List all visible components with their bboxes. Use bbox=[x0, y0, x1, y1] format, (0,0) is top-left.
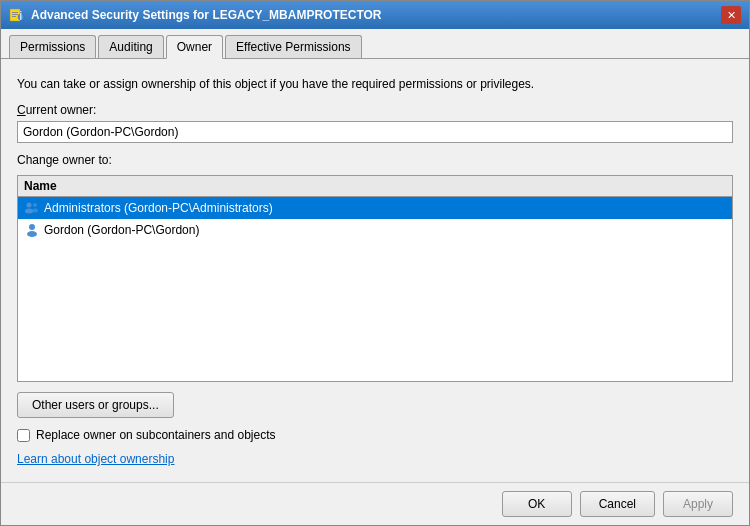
owner-list: Name Administrators (Gordon-PC\Administr… bbox=[17, 175, 733, 382]
tab-effective-permissions[interactable]: Effective Permissions bbox=[225, 35, 362, 58]
group-icon bbox=[24, 200, 40, 216]
svg-rect-2 bbox=[12, 14, 18, 15]
list-item[interactable]: Administrators (Gordon-PC\Administrators… bbox=[18, 197, 732, 219]
list-item-label: Gordon (Gordon-PC\Gordon) bbox=[44, 223, 199, 237]
title-bar-left: i Advanced Security Settings for LEGACY_… bbox=[9, 7, 382, 23]
tab-permissions[interactable]: Permissions bbox=[9, 35, 96, 58]
svg-point-8 bbox=[33, 203, 37, 207]
replace-owner-row: Replace owner on subcontainers and objec… bbox=[17, 428, 733, 442]
change-owner-section: Change owner to: Name Administrators (Go… bbox=[17, 153, 733, 382]
other-users-row: Other users or groups... bbox=[17, 392, 733, 418]
current-owner-section: Current owner: bbox=[17, 103, 733, 143]
bottom-bar: OK Cancel Apply bbox=[1, 482, 749, 525]
title-bar: i Advanced Security Settings for LEGACY_… bbox=[1, 1, 749, 29]
apply-button[interactable]: Apply bbox=[663, 491, 733, 517]
change-owner-label: Change owner to: bbox=[17, 153, 733, 167]
tab-content: You can take or assign ownership of this… bbox=[1, 59, 749, 482]
other-users-button[interactable]: Other users or groups... bbox=[17, 392, 174, 418]
svg-text:i: i bbox=[20, 9, 23, 23]
window-icon: i bbox=[9, 7, 25, 23]
cancel-button[interactable]: Cancel bbox=[580, 491, 655, 517]
svg-point-10 bbox=[29, 224, 35, 230]
list-item[interactable]: Gordon (Gordon-PC\Gordon) bbox=[18, 219, 732, 241]
user-icon bbox=[24, 222, 40, 238]
svg-point-7 bbox=[25, 209, 33, 214]
learn-link-row: Learn about object ownership bbox=[17, 452, 733, 466]
tab-owner[interactable]: Owner bbox=[166, 35, 223, 59]
ok-button[interactable]: OK bbox=[502, 491, 572, 517]
svg-point-9 bbox=[32, 209, 38, 213]
info-text: You can take or assign ownership of this… bbox=[17, 75, 733, 93]
tab-bar: Permissions Auditing Owner Effective Per… bbox=[1, 29, 749, 59]
current-owner-field bbox=[17, 121, 733, 143]
current-owner-label: Current owner: bbox=[17, 103, 733, 117]
list-item-label: Administrators (Gordon-PC\Administrators… bbox=[44, 201, 273, 215]
tab-auditing[interactable]: Auditing bbox=[98, 35, 163, 58]
list-header: Name bbox=[18, 176, 732, 197]
close-button[interactable]: ✕ bbox=[721, 6, 741, 24]
replace-owner-label: Replace owner on subcontainers and objec… bbox=[36, 428, 275, 442]
learn-link[interactable]: Learn about object ownership bbox=[17, 452, 174, 466]
window-title: Advanced Security Settings for LEGACY_MB… bbox=[31, 8, 382, 22]
svg-point-11 bbox=[27, 231, 37, 237]
replace-owner-checkbox[interactable] bbox=[17, 429, 30, 442]
svg-rect-1 bbox=[12, 12, 18, 13]
svg-point-6 bbox=[27, 203, 32, 208]
advanced-security-window: i Advanced Security Settings for LEGACY_… bbox=[0, 0, 750, 526]
svg-rect-3 bbox=[12, 16, 16, 17]
